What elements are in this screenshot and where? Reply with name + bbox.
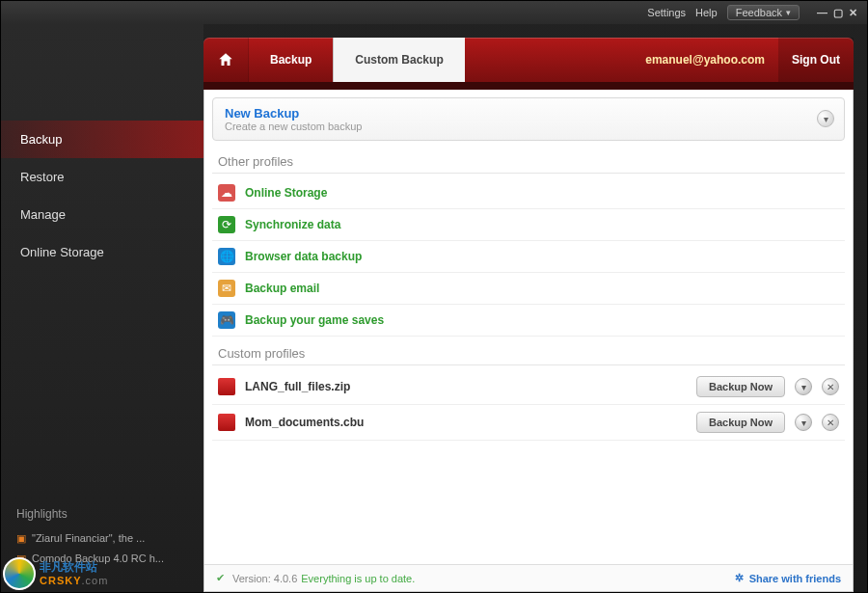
- tab-underbar: [203, 82, 854, 90]
- watermark-en-a: CRSKY: [40, 575, 82, 586]
- profile-label: Backup your game saves: [245, 313, 384, 327]
- share-link[interactable]: ✲ Share with friends: [735, 572, 841, 584]
- profile-filename[interactable]: LANG_full_files.zip: [245, 380, 687, 393]
- profile-label: Browser data backup: [245, 250, 362, 263]
- sidebar-item-manage[interactable]: Manage: [1, 196, 203, 233]
- share-icon: ✲: [735, 572, 744, 584]
- rss-icon: ▣: [16, 532, 26, 545]
- version-label: Version:: [232, 573, 271, 584]
- profile-label: Online Storage: [245, 186, 327, 200]
- titlebar: Settings Help Feedback ▾ — ▢ ✕: [1, 1, 867, 24]
- status-bar: ✔ Version: 4.0.6 Everything is up to dat…: [204, 564, 853, 591]
- profile-online-storage[interactable]: ☁ Online Storage: [212, 177, 845, 209]
- status-message: Everything is up to date.: [301, 573, 415, 584]
- version-number: 4.0.6: [274, 573, 297, 584]
- backup-now-button[interactable]: Backup Now: [696, 376, 785, 397]
- profile-game-saves[interactable]: 🎮 Backup your game saves: [212, 305, 845, 337]
- custom-profiles-list: LANG_full_files.zip Backup Now ▾ ✕ Mom_d…: [212, 369, 845, 441]
- custom-profile-row: LANG_full_files.zip Backup Now ▾ ✕: [212, 369, 845, 405]
- profile-label: Synchronize data: [245, 218, 340, 231]
- sidebar-item-restore[interactable]: Restore: [1, 158, 203, 196]
- tab-backup[interactable]: Backup: [248, 38, 333, 82]
- help-link[interactable]: Help: [695, 7, 718, 18]
- feedback-label: Feedback: [736, 7, 782, 18]
- profile-synchronize[interactable]: ⟳ Synchronize data: [212, 209, 845, 241]
- highlights-title: Highlights: [16, 507, 188, 521]
- backup-now-button[interactable]: Backup Now: [696, 412, 785, 433]
- custom-profile-row: Mom_documents.cbu Backup Now ▾ ✕: [212, 405, 845, 441]
- sync-icon: ⟳: [218, 216, 235, 233]
- sidebar: Backup Restore Manage Online Storage Hig…: [1, 24, 203, 592]
- game-icon: 🎮: [218, 311, 235, 329]
- close-button[interactable]: ✕: [849, 7, 857, 19]
- watermark-logo-icon: [3, 557, 36, 590]
- check-icon: ✔: [216, 572, 225, 584]
- home-icon: [217, 51, 234, 68]
- share-label: Share with friends: [749, 573, 841, 584]
- mail-icon: ✉: [218, 280, 235, 297]
- new-backup-title: New Backup: [225, 106, 832, 121]
- highlight-item[interactable]: ▣ "Ziarul Financiar", the ...: [16, 532, 188, 545]
- section-other-profiles: Other profiles: [212, 148, 845, 174]
- highlight-text: "Ziarul Financiar", the ...: [32, 532, 145, 545]
- home-button[interactable]: [203, 38, 248, 82]
- user-email[interactable]: emanuel@yahoo.com: [632, 38, 778, 82]
- section-custom-profiles: Custom profiles: [212, 340, 845, 365]
- sign-out-button[interactable]: Sign Out: [778, 38, 854, 82]
- other-profiles-list: ☁ Online Storage ⟳ Synchronize data 🌐 Br…: [212, 177, 845, 337]
- tab-strip: Backup Custom Backup emanuel@yahoo.com S…: [203, 38, 854, 82]
- new-backup-subtitle: Create a new custom backup: [225, 121, 832, 132]
- options-button[interactable]: ▾: [795, 414, 812, 431]
- tab-custom-backup[interactable]: Custom Backup: [333, 38, 464, 82]
- settings-link[interactable]: Settings: [647, 7, 686, 18]
- delete-button[interactable]: ✕: [822, 378, 839, 395]
- expand-button[interactable]: ▾: [817, 110, 834, 127]
- profile-label: Backup email: [245, 282, 319, 295]
- chevron-down-icon: ▾: [786, 8, 791, 17]
- minimize-button[interactable]: —: [817, 7, 827, 19]
- watermark-en: CRSKY.com: [40, 575, 108, 586]
- sidebar-item-online-storage[interactable]: Online Storage: [1, 233, 203, 271]
- maximize-button[interactable]: ▢: [833, 7, 843, 19]
- delete-button[interactable]: ✕: [822, 414, 839, 431]
- watermark: 非凡软件站 CRSKY.com: [3, 557, 108, 590]
- new-backup-card[interactable]: New Backup Create a new custom backup ▾: [212, 97, 845, 141]
- backup-file-icon: [218, 414, 235, 431]
- globe-icon: 🌐: [218, 248, 235, 265]
- profile-browser-data[interactable]: 🌐 Browser data backup: [212, 241, 845, 273]
- profile-filename[interactable]: Mom_documents.cbu: [245, 416, 687, 429]
- sidebar-item-backup[interactable]: Backup: [1, 121, 203, 158]
- cloud-icon: ☁: [218, 184, 235, 202]
- profile-backup-email[interactable]: ✉ Backup email: [212, 273, 845, 305]
- content-area: New Backup Create a new custom backup ▾ …: [203, 90, 854, 592]
- backup-file-icon: [218, 378, 235, 395]
- options-button[interactable]: ▾: [795, 378, 812, 395]
- feedback-button[interactable]: Feedback ▾: [727, 5, 800, 20]
- watermark-cn: 非凡软件站: [40, 561, 108, 574]
- watermark-en-b: .com: [82, 575, 109, 586]
